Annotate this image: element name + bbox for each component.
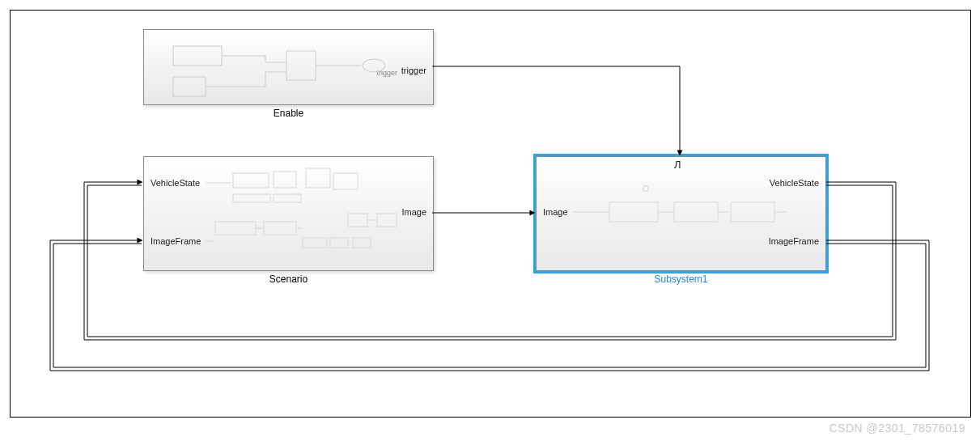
svg-rect-10 [215, 222, 256, 235]
svg-rect-7 [333, 173, 358, 189]
block-scenario[interactable]: VehicleState ImageFrame Image Scenario [143, 156, 434, 271]
port-out-imageframe: ImageFrame [769, 236, 819, 246]
svg-rect-14 [303, 238, 327, 248]
port-out-trigger: trigger [401, 66, 426, 75]
svg-rect-2 [286, 51, 316, 80]
svg-rect-6 [306, 168, 330, 188]
svg-rect-11 [264, 222, 296, 235]
svg-rect-0 [173, 46, 222, 66]
port-out-trigger-tiny: trigger [376, 69, 397, 77]
svg-rect-12 [348, 214, 367, 227]
svg-rect-5 [274, 172, 296, 188]
simulink-canvas[interactable]: trigger trigger Enable VehicleState Imag… [0, 0, 980, 441]
port-out-image: Image [401, 207, 426, 217]
port-out-vehiclestate: VehicleState [770, 178, 819, 188]
svg-rect-8 [233, 194, 270, 202]
block-scenario-label: Scenario [144, 274, 433, 285]
svg-rect-15 [330, 238, 348, 248]
port-in-imageframe: ImageFrame [151, 236, 201, 246]
watermark: CSDN @2301_78576019 [829, 422, 966, 435]
block-subsystem1-label: Subsystem1 [537, 274, 825, 285]
block-enable[interactable]: trigger trigger Enable [143, 29, 434, 105]
port-in-image: Image [543, 207, 568, 217]
svg-rect-19 [731, 202, 774, 222]
block-subsystem1[interactable]: Image VehicleState ImageFrame Subsystem1 [536, 156, 826, 271]
svg-rect-13 [377, 214, 397, 227]
svg-rect-16 [353, 238, 371, 248]
svg-rect-4 [233, 173, 269, 188]
svg-rect-17 [609, 202, 658, 222]
block-enable-label: Enable [144, 108, 433, 119]
trigger-glyph: Л [674, 159, 681, 171]
svg-rect-1 [173, 77, 206, 96]
svg-rect-18 [674, 202, 718, 222]
port-in-vehiclestate: VehicleState [151, 178, 200, 188]
svg-rect-9 [274, 194, 301, 202]
svg-rect-20 [643, 186, 648, 191]
